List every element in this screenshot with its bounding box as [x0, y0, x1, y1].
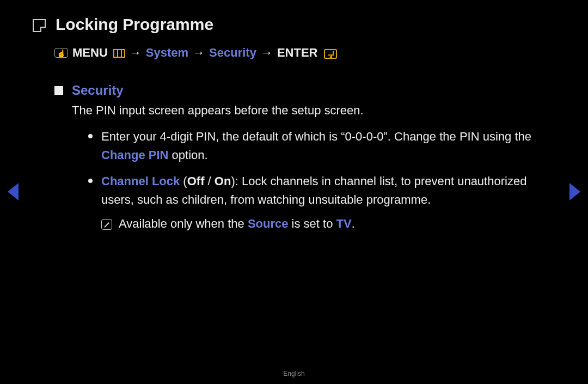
- section-description: The PIN input screen appears before the …: [72, 103, 555, 118]
- on-label: On: [215, 174, 231, 188]
- note-text: Available only when the Source is set to…: [119, 217, 355, 231]
- note-row: Available only when the Source is set to…: [101, 217, 555, 231]
- footer-language: English: [0, 370, 588, 377]
- channel-lock-label: Channel Lock: [101, 174, 180, 188]
- arrow-icon: →: [130, 46, 142, 60]
- menu-grid-icon: [113, 49, 125, 58]
- off-label: Off: [187, 174, 205, 188]
- hand-icon: ☝: [54, 48, 68, 58]
- bullet-text: (: [180, 174, 187, 188]
- section-heading: Security: [72, 83, 124, 98]
- prev-page-arrow[interactable]: [8, 183, 19, 200]
- breadcrumb-system: System: [146, 46, 188, 60]
- list-item: Channel Lock (Off / On): Lock channels i…: [86, 172, 555, 209]
- enter-icon: [324, 49, 337, 59]
- source-label: Source: [248, 217, 289, 230]
- breadcrumb-enter: ENTER: [277, 46, 318, 60]
- bullet-text: option.: [168, 148, 207, 162]
- list-item: Enter your 4-digit PIN, the default of w…: [86, 127, 555, 164]
- arrow-icon: →: [261, 46, 273, 60]
- bullet-text: Enter your 4-digit PIN, the default of w…: [101, 130, 531, 143]
- section-box-icon: [33, 19, 46, 32]
- change-pin-label: Change PIN: [101, 148, 168, 162]
- section-heading-row: Security: [54, 83, 555, 98]
- tv-label: TV: [336, 217, 352, 230]
- breadcrumb-security: Security: [209, 46, 256, 60]
- breadcrumb-menu: MENU: [72, 46, 108, 60]
- bullet-text: /: [204, 174, 214, 188]
- note-icon: [101, 219, 112, 230]
- breadcrumb: ☝ MENU → System → Security → ENTER: [54, 46, 555, 60]
- next-page-arrow[interactable]: [569, 183, 580, 200]
- page-title: Locking Programme: [56, 15, 213, 34]
- arrow-icon: →: [193, 46, 205, 60]
- page-title-row: Locking Programme: [33, 15, 555, 34]
- square-bullet-icon: [54, 86, 63, 95]
